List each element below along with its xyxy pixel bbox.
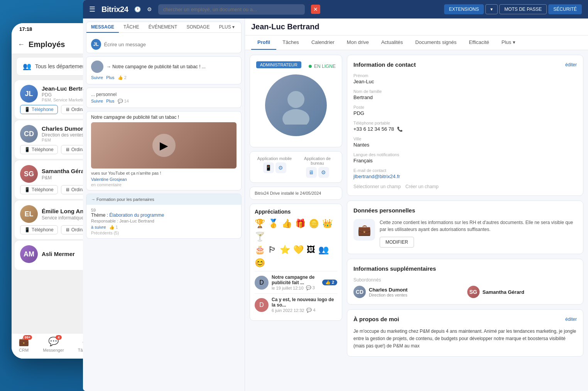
feed-item-avatar: D — [255, 276, 269, 290]
modify-button[interactable]: MODIFIER — [380, 237, 414, 248]
edit-contact-link[interactable]: éditer — [565, 62, 577, 67]
tab-plus[interactable]: Plus ▾ — [495, 35, 522, 50]
telephone-button[interactable]: 📱 Téléphone — [20, 145, 58, 154]
about-text: Je m'occupe du marketing chez P&M depuis… — [353, 328, 577, 350]
field-value: +33 6 12 34 56 78 📞 — [353, 126, 577, 132]
nav-messenger-label: Messenger — [43, 348, 64, 352]
follow-link[interactable]: à suivre — [91, 225, 106, 230]
nav-crm[interactable]: 💼 99+ CRM — [19, 337, 29, 352]
follow-link[interactable]: Suivre — [91, 75, 103, 80]
phone-icon: 📱 — [24, 107, 30, 112]
settings-icon[interactable]: ⚙ — [147, 6, 152, 12]
compose-tab-task[interactable]: TÂCHE — [119, 22, 144, 33]
phone-icon: 📱 — [24, 227, 30, 233]
dropdown-arrow[interactable]: ▾ — [485, 4, 498, 14]
hamburger-icon[interactable]: ☰ — [89, 5, 95, 13]
compose-input[interactable] — [104, 40, 237, 49]
edit-about-link[interactable]: éditer — [565, 317, 577, 322]
contact-info-panel: Information de contact éditer Prénom Jea… — [347, 55, 583, 196]
tab-actualites[interactable]: Actualités — [375, 35, 409, 50]
compose-tab-event[interactable]: ÉVÉNEMENT — [144, 22, 182, 33]
clock-icon: 🕐 — [134, 6, 141, 12]
avatar: AM — [20, 245, 38, 263]
comments-count: 💬 14 — [118, 99, 129, 104]
post-label: ... personnel — [91, 92, 237, 97]
play-icon[interactable]: ▶ — [152, 134, 176, 157]
telephone-button[interactable]: 📱 Téléphone — [20, 185, 58, 194]
subordinate-info: Charles Dumont Direction des ventes — [369, 287, 407, 297]
feed-item-title[interactable]: Notre campagne de publicité fait ... — [272, 275, 319, 285]
info-panels: Information de contact éditer Prénom Jea… — [347, 55, 583, 361]
dept-icon: 👥 — [23, 62, 31, 71]
tab-taches[interactable]: Tâches — [276, 35, 305, 50]
app-logo: Bitrix24 — [101, 5, 128, 14]
precedents-link[interactable]: Précédents (5) — [91, 231, 237, 235]
avatar: SG — [20, 165, 38, 183]
more-link[interactable]: Plus — [106, 99, 114, 104]
nav-messenger[interactable]: 💬 4 Messenger — [43, 337, 64, 352]
tab-calendrier[interactable]: Calendrier — [305, 35, 341, 50]
feed-item-title[interactable]: Ca y est, le nouveau logo de la so... — [272, 297, 337, 308]
field-telephone: Téléphone portable +33 6 12 34 56 78 📞 — [353, 121, 577, 132]
subordinate-avatar: CD — [353, 286, 366, 298]
profile-tabs: Profil Tâches Calendrier Mon drive Actua… — [245, 35, 588, 50]
back-button[interactable]: ← — [18, 40, 25, 49]
desktop-topbar: ☰ Bitrix24 🕐 ⚙ ✕ EXTENSIONS ▾ MOTS DE PA… — [83, 0, 588, 19]
likes-count: 👍 2 — [118, 75, 127, 80]
app-status: Application mobile 📱 ⚙ Application de bu… — [250, 151, 342, 183]
search-input[interactable] — [158, 4, 305, 15]
coin-icon: 🪙 — [309, 219, 319, 229]
personal-data-content: 💼 Cette zone contient les informations s… — [353, 219, 577, 248]
compose-tab-message[interactable]: MESSAGE — [86, 22, 119, 33]
more-link[interactable]: Plus — [106, 75, 114, 80]
follow-link[interactable]: Suivre — [91, 99, 103, 104]
avatar: JL — [20, 85, 38, 103]
field-email: E-mail de contact jlbertrand@bitrix24.fr — [353, 168, 577, 179]
create-field-link[interactable]: Créer un champ — [406, 184, 439, 189]
telephone-button[interactable]: 📱 Téléphone — [20, 105, 58, 114]
profile-name: Jean-Luc Bertrand — [251, 22, 319, 31]
close-button[interactable]: ✕ — [311, 5, 320, 14]
feed-post-image: Notre campagne de publicité fait un taba… — [86, 111, 242, 190]
svg-point-1 — [282, 109, 309, 125]
security-button[interactable]: SÉCURITÉ — [548, 4, 582, 14]
call-icon[interactable]: 📞 — [397, 126, 403, 132]
desktop-computer-icon[interactable]: 🖥 — [306, 167, 317, 178]
additional-info-panel: Informations supplémentaires Subordonnés… — [347, 259, 583, 305]
field-email-value[interactable]: jlbertrand@bitrix24.fr — [353, 174, 577, 179]
comment-link[interactable]: en commentaire — [91, 182, 237, 187]
subordinate-name[interactable]: Charles Dumont — [369, 287, 407, 293]
select-field-link[interactable]: Sélectionner un champ — [353, 184, 401, 189]
tab-efficacite[interactable]: Efficacité — [463, 35, 495, 50]
subordinate-item: SG Samantha Gérard — [467, 286, 577, 298]
telephone-button[interactable]: 📱 Téléphone — [20, 225, 58, 234]
status-row: ADMINISTRATEUR EN LIGNE — [256, 61, 336, 71]
comment-count: 💬 4 — [306, 308, 315, 313]
desktop-app-item: Application de bureau 🖥 ⚙ — [297, 156, 337, 178]
mobile-settings-icon[interactable]: ⚙ — [275, 162, 286, 173]
author-link[interactable]: Valentine Grosjean — [91, 177, 127, 182]
tab-documents[interactable]: Documents signés — [409, 35, 463, 50]
page-title: Employés — [29, 40, 65, 49]
feed-post-content: ... personnel Suivre Plus 💬 14 — [86, 88, 241, 108]
birthday-icon: 🎂 — [255, 245, 265, 255]
passwords-button[interactable]: MOTS DE PASSE — [499, 4, 547, 14]
subordinate-name[interactable]: Samantha Gérard — [483, 289, 524, 295]
desktop-settings-icon[interactable]: ⚙ — [318, 167, 329, 178]
tab-mondrive[interactable]: Mon drive — [341, 35, 375, 50]
feed-post: ... personnel Suivre Plus 💬 14 — [86, 88, 242, 108]
extensions-button[interactable]: EXTENSIONS — [444, 4, 484, 14]
feed-item-content: Ca y est, le nouveau logo de la so... 6 … — [272, 297, 337, 313]
compose-tab-more[interactable]: PLUS ▾ — [214, 22, 239, 33]
panel-title: Information de contact — [353, 61, 416, 68]
computer-icon: 🖥 — [65, 107, 70, 112]
training-title: Thème : Élaboration du programme — [91, 212, 237, 218]
mobile-phone-icon[interactable]: 📱 — [263, 162, 274, 173]
heart-icon: 💛 — [293, 245, 304, 255]
comment-count: 💬 3 — [306, 285, 315, 290]
tab-profil[interactable]: Profil — [251, 35, 276, 50]
post-meta: Valentine Grosjean — [91, 177, 237, 182]
training-header: → Formation pour les partenaires — [86, 194, 241, 205]
avatar: CD — [20, 125, 38, 143]
compose-tab-survey[interactable]: SONDAGE — [182, 22, 214, 33]
